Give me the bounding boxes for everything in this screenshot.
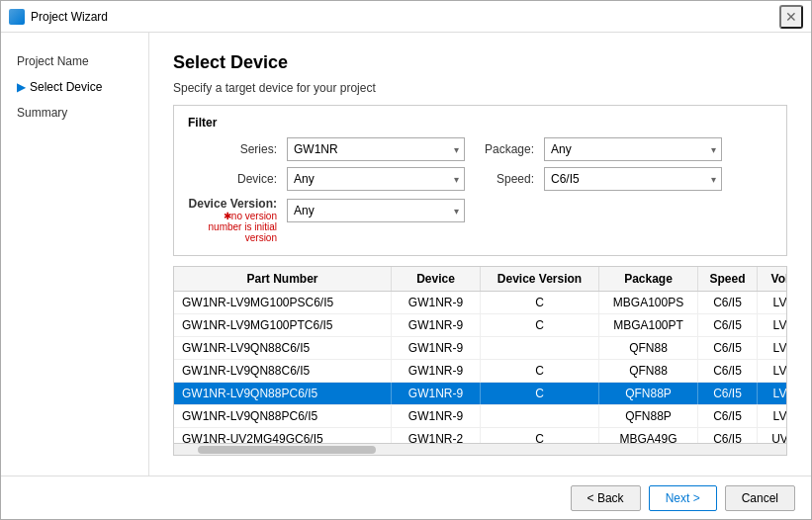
title-bar-left: Project Wizard — [9, 9, 108, 25]
table-header: Part Number Device Device Version Packag… — [174, 267, 786, 292]
device-label: Device: — [188, 172, 277, 186]
table-cell: QFN88P — [599, 405, 698, 427]
device-version-select[interactable]: Any B C — [287, 199, 465, 222]
package-select-wrapper: Any QFN88 QFN88P MBGA100PS — [544, 137, 722, 161]
col-vol: Vol — [758, 267, 787, 291]
sidebar-label-summary: Summary — [17, 106, 67, 120]
arrow-icon: ▶ — [17, 80, 26, 94]
package-label: Package: — [475, 142, 534, 156]
series-select-wrapper: GW1NR GW1N GW1NS GW2A — [287, 137, 465, 161]
col-part-number: Part Number — [174, 267, 392, 291]
table-cell: GW1NR-2 — [392, 428, 481, 443]
device-version-select-wrapper: Any B C — [287, 199, 465, 222]
main-content: Select Device Specify a target device fo… — [149, 33, 811, 476]
table-cell: QFN88 — [599, 360, 698, 382]
cancel-button[interactable]: Cancel — [725, 485, 795, 511]
table-cell: GW1NR-9 — [392, 292, 481, 313]
table-cell: GW1NR-9 — [392, 383, 481, 404]
filter-box: Filter Series: GW1NR GW1N GW1NS GW2A Pac… — [173, 105, 787, 256]
series-select[interactable]: GW1NR GW1N GW1NS GW2A — [287, 137, 465, 161]
table-cell: C6/I5 — [698, 360, 758, 382]
table-cell: MBGA49G — [599, 428, 698, 443]
table-row[interactable]: GW1NR-UV2MG49GC6/I5GW1NR-2CMBGA49GC6/I5U… — [174, 428, 786, 443]
content-area: Project Name ▶ Select Device Summary Sel… — [1, 33, 811, 476]
table-cell: C6/I5 — [698, 337, 758, 359]
table-cell: LV — [758, 360, 786, 382]
device-version-label: Device Version: — [188, 197, 277, 211]
window-title: Project Wizard — [31, 10, 108, 24]
table-cell: GW1NR-LV9QN88PC6/I5 — [174, 405, 392, 427]
speed-select[interactable]: C6/I5 C7/I6 — [544, 167, 722, 191]
speed-label: Speed: — [475, 172, 534, 186]
table-cell: C6/I5 — [698, 383, 758, 404]
table-body: GW1NR-LV9MG100PSC6/I5GW1NR-9CMBGA100PSC6… — [174, 292, 786, 443]
table-cell: GW1NR-UV2MG49GC6/I5 — [174, 428, 392, 443]
table-row[interactable]: GW1NR-LV9QN88C6/I5GW1NR-9QFN88C6/I5LV — [174, 337, 786, 360]
scrollbar-thumb[interactable] — [198, 446, 376, 454]
device-select-wrapper: Any GW1NR-9 GW1NR-2 — [287, 167, 465, 191]
table-row[interactable]: GW1NR-LV9QN88PC6/I5GW1NR-9CQFN88PC6/I5LV — [174, 383, 786, 405]
table-cell: LV — [758, 383, 786, 404]
sidebar-item-project-name[interactable]: Project Name — [1, 48, 148, 74]
table-cell: MBGA100PS — [599, 292, 698, 313]
table-cell: MBGA100PT — [599, 314, 698, 336]
app-icon — [9, 9, 25, 25]
table-cell: LV — [758, 337, 786, 359]
table-cell: C — [481, 314, 599, 336]
back-button[interactable]: < Back — [571, 485, 641, 511]
footer: < Back Next > Cancel — [1, 476, 811, 519]
table-cell: LV — [758, 314, 786, 336]
sidebar-item-select-device[interactable]: ▶ Select Device — [1, 74, 148, 100]
close-button[interactable]: ✕ — [779, 5, 803, 29]
table-cell — [481, 405, 599, 427]
table-cell: C6/I5 — [698, 292, 758, 313]
page-subtitle: Specify a target device for your project — [173, 81, 787, 95]
table-cell: GW1NR-9 — [392, 314, 481, 336]
horizontal-scrollbar[interactable] — [174, 443, 786, 455]
page-title: Select Device — [173, 52, 787, 73]
sidebar-label-select-device: Select Device — [30, 80, 102, 94]
device-version-note: ✱no version number is initial version — [188, 211, 277, 243]
table-cell: UV — [758, 428, 786, 443]
next-button[interactable]: Next > — [649, 485, 717, 511]
table-row[interactable]: GW1NR-LV9QN88PC6/I5GW1NR-9QFN88PC6/I5LV — [174, 405, 786, 428]
table-cell: C6/I5 — [698, 405, 758, 427]
speed-select-wrapper: C6/I5 C7/I6 — [544, 167, 722, 191]
sidebar-label-project-name: Project Name — [17, 54, 89, 68]
table-cell: C — [481, 428, 599, 443]
package-select[interactable]: Any QFN88 QFN88P MBGA100PS — [544, 137, 722, 161]
table-row[interactable]: GW1NR-LV9MG100PTC6/I5GW1NR-9CMBGA100PTC6… — [174, 314, 786, 337]
col-speed: Speed — [698, 267, 758, 291]
table-cell: C6/I5 — [698, 428, 758, 443]
table-row[interactable]: GW1NR-LV9MG100PSC6/I5GW1NR-9CMBGA100PSC6… — [174, 292, 786, 314]
table-cell: GW1NR-LV9QN88C6/I5 — [174, 360, 392, 382]
table-row[interactable]: GW1NR-LV9QN88C6/I5GW1NR-9CQFN88C6/I5LV — [174, 360, 786, 383]
table-cell: GW1NR-LV9QN88PC6/I5 — [174, 383, 392, 404]
table-cell: C — [481, 292, 599, 313]
device-select[interactable]: Any GW1NR-9 GW1NR-2 — [287, 167, 465, 191]
table-cell: GW1NR-LV9MG100PTC6/I5 — [174, 314, 392, 336]
table-cell: GW1NR-9 — [392, 405, 481, 427]
sidebar-item-summary[interactable]: Summary — [1, 100, 148, 126]
title-bar: Project Wizard ✕ — [1, 1, 811, 33]
main-window: Project Wizard ✕ Project Name ▶ Select D… — [0, 0, 812, 520]
table-cell: C — [481, 360, 599, 382]
col-package: Package — [599, 267, 698, 291]
table-cell: GW1NR-LV9QN88C6/I5 — [174, 337, 392, 359]
device-table: Part Number Device Device Version Packag… — [173, 266, 787, 456]
table-cell: QFN88 — [599, 337, 698, 359]
filter-row-series-package: Series: GW1NR GW1N GW1NS GW2A Package: A… — [188, 137, 772, 161]
table-cell: GW1NR-LV9MG100PSC6/I5 — [174, 292, 392, 313]
device-version-row: Device Version: ✱no version number is in… — [188, 197, 772, 243]
col-device: Device — [392, 267, 481, 291]
table-cell — [481, 337, 599, 359]
table-cell: LV — [758, 405, 786, 427]
table-cell: GW1NR-9 — [392, 360, 481, 382]
table-cell: LV — [758, 292, 786, 313]
col-device-version: Device Version — [481, 267, 599, 291]
series-label: Series: — [188, 142, 277, 156]
table-cell: C6/I5 — [698, 314, 758, 336]
table-cell: C — [481, 383, 599, 404]
device-version-label-col: Device Version: ✱no version number is in… — [188, 197, 277, 243]
filter-title: Filter — [188, 116, 772, 130]
